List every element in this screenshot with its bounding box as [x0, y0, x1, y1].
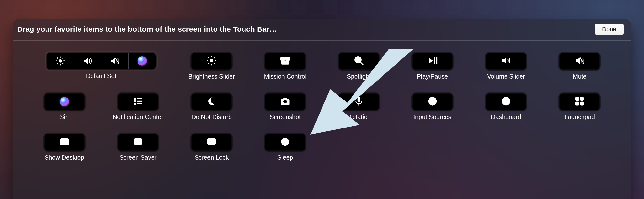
svg-line-15 — [208, 57, 209, 58]
siri-icon — [129, 53, 156, 69]
customize-touch-bar-panel: Drag your favorite items to the bottom o… — [13, 19, 631, 199]
items-grid: Default Set Brightness Slider Mission Co… — [13, 40, 631, 161]
brightness-icon — [47, 53, 74, 69]
svg-point-10 — [210, 59, 213, 62]
play-pause-tile[interactable] — [412, 53, 452, 69]
show-desktop-cell: Show Desktop — [28, 134, 101, 161]
svg-rect-43 — [580, 97, 584, 100]
svg-line-8 — [62, 58, 64, 59]
screen-saver-cell: Screen Saver — [101, 134, 175, 161]
svg-line-5 — [57, 58, 58, 59]
svg-point-22 — [355, 57, 361, 63]
brightness-slider-label: Brightness Slider — [188, 73, 235, 80]
spotlight-tile[interactable] — [339, 53, 379, 69]
play-pause-icon — [427, 55, 438, 67]
input-sources-label: Input Sources — [414, 114, 452, 121]
svg-point-31 — [134, 103, 136, 104]
dashboard-tile[interactable] — [486, 93, 526, 110]
svg-point-27 — [134, 98, 136, 99]
mute-icon — [574, 55, 585, 67]
sleep-tile[interactable] — [265, 134, 305, 151]
dictation-label: Dictation — [347, 114, 371, 121]
screen-saver-tile[interactable] — [118, 134, 158, 151]
notification-center-icon — [133, 96, 143, 107]
svg-line-23 — [360, 62, 363, 65]
svg-rect-24 — [434, 57, 435, 64]
volume-slider-tile[interactable] — [486, 53, 526, 69]
dictation-tile[interactable] — [339, 93, 379, 110]
mute-icon — [101, 53, 129, 69]
spotlight-label: Spotlight — [347, 73, 371, 80]
dictation-cell: Dictation — [322, 93, 396, 121]
done-button[interactable]: Done — [594, 23, 624, 35]
siri-tile[interactable] — [44, 93, 84, 110]
siri-icon — [60, 97, 69, 106]
svg-line-6 — [62, 63, 64, 64]
screen-lock-tile[interactable] — [192, 134, 232, 151]
play-pause-cell: Play/Pause — [396, 53, 469, 80]
svg-rect-21 — [282, 62, 288, 64]
launchpad-tile[interactable] — [560, 93, 600, 110]
default-set-cell: Default Set — [28, 53, 175, 80]
notification-center-tile[interactable] — [118, 93, 158, 110]
microphone-icon — [354, 96, 364, 107]
screenshot-tile[interactable] — [265, 93, 305, 110]
gauge-icon — [501, 96, 511, 107]
play-pause-label: Play/Pause — [417, 73, 448, 80]
do-not-disturb-label: Do Not Disturb — [192, 114, 232, 121]
mission-control-tile[interactable] — [265, 53, 305, 69]
svg-rect-44 — [576, 102, 579, 105]
volume-slider-label: Volume Slider — [487, 73, 525, 80]
grid-icon — [574, 96, 585, 107]
input-sources-cell: Input Sources — [396, 93, 469, 121]
svg-rect-47 — [60, 143, 68, 145]
brightness-slider-cell: Brightness Slider — [175, 53, 248, 80]
desktop-icon — [59, 137, 70, 148]
input-sources-tile[interactable] — [412, 93, 452, 110]
default-set-tile[interactable] — [47, 53, 156, 69]
mission-control-icon — [280, 55, 290, 67]
svg-rect-20 — [286, 58, 290, 60]
svg-rect-45 — [580, 102, 584, 105]
moon-icon — [206, 96, 217, 107]
svg-line-16 — [214, 63, 215, 64]
svg-rect-19 — [281, 58, 285, 60]
mute-tile[interactable] — [560, 53, 600, 69]
launchpad-label: Launchpad — [564, 114, 595, 121]
svg-line-18 — [214, 57, 215, 58]
siri-label: Siri — [60, 114, 69, 121]
globe-icon — [427, 96, 438, 107]
sleep-label: Sleep — [277, 154, 293, 161]
volume-icon — [501, 55, 511, 67]
show-desktop-tile[interactable] — [44, 134, 84, 151]
svg-point-0 — [58, 59, 62, 62]
screen-saver-label: Screen Saver — [119, 154, 156, 161]
mute-label: Mute — [573, 73, 587, 80]
svg-point-51 — [282, 138, 288, 145]
svg-rect-25 — [436, 57, 437, 64]
mission-control-cell: Mission Control — [248, 53, 322, 80]
volume-icon — [74, 53, 101, 69]
brightness-slider-tile[interactable] — [192, 53, 232, 69]
sleep-icon — [280, 137, 290, 148]
volume-slider-cell: Volume Slider — [469, 53, 543, 80]
default-set-label: Default Set — [86, 72, 116, 80]
svg-rect-50 — [211, 141, 212, 143]
do-not-disturb-cell: Do Not Disturb — [175, 93, 248, 121]
sleep-cell: Sleep — [248, 134, 322, 161]
screenshot-cell: Screenshot — [248, 93, 322, 121]
panel-header: Drag your favorite items to the bottom o… — [13, 19, 631, 40]
svg-point-29 — [134, 100, 136, 102]
dashboard-label: Dashboard — [491, 114, 521, 121]
do-not-disturb-tile[interactable] — [192, 93, 232, 110]
svg-rect-48 — [134, 139, 142, 145]
launchpad-cell: Launchpad — [543, 93, 616, 121]
svg-point-41 — [506, 100, 507, 102]
mute-cell: Mute — [543, 53, 616, 80]
mission-control-label: Mission Control — [264, 73, 306, 80]
svg-point-33 — [284, 100, 287, 103]
notification-center-cell: Notification Center — [101, 93, 175, 121]
siri-cell: Siri — [28, 93, 101, 121]
svg-rect-42 — [576, 97, 579, 100]
dashboard-cell: Dashboard — [469, 93, 543, 121]
